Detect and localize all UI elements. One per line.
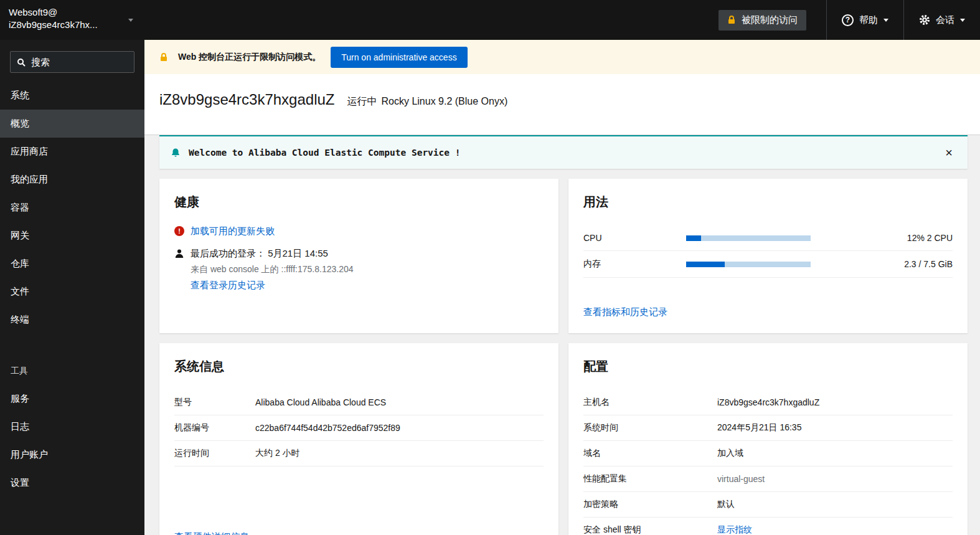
page-title: iZ8vb9gse4rc3k7hxgadluZ <box>159 91 335 108</box>
app-window: Websoft9@ iZ8vb9gse4rc3k7hx... 被限制的访问 帮助… <box>0 0 980 535</box>
sidebar-item-terminal[interactable]: 终端 <box>0 306 144 334</box>
memory-label: 内存 <box>583 258 686 270</box>
restricted-access-badge[interactable]: 被限制的访问 <box>719 10 806 31</box>
help-menu[interactable]: 帮助 <box>826 0 903 40</box>
ssh-keys-label: 安全 shell 密钥 <box>583 524 717 535</box>
login-origin-text: 来自 web console 上的 ::ffff:175.8.123.204 <box>191 264 354 275</box>
table-row: 加密策略 默认 <box>583 492 953 518</box>
error-icon <box>174 226 184 236</box>
restricted-mode-message: Web 控制台正运行于限制访问模式。 <box>178 52 321 63</box>
metrics-history-link[interactable]: 查看指标和历史记录 <box>583 306 953 318</box>
hostname-value: iZ8vb9gse4rc3k7hxgadluZ <box>717 397 953 407</box>
crypto-policy-label: 加密策略 <box>583 499 717 510</box>
sidebar-item-appstore[interactable]: 应用商店 <box>0 138 144 166</box>
card-grid: 健康 加载可用的更新失败 最后成功的登录： 5月21日 14:55 来自 web… <box>159 179 968 535</box>
motd-alert: Welcome to Alibaba Cloud Elastic Compute… <box>159 135 968 169</box>
uptime-label: 运行时间 <box>174 448 255 459</box>
sidebar-item-gateway[interactable]: 网关 <box>0 222 144 250</box>
search-input[interactable] <box>31 57 118 67</box>
gear-icon <box>919 14 930 26</box>
restricted-mode-banner: Web 控制台正运行于限制访问模式。 Turn on administrativ… <box>144 40 980 74</box>
crypto-policy-value[interactable]: 默认 <box>717 499 953 510</box>
health-card: 健康 加载可用的更新失败 最后成功的登录： 5月21日 14:55 来自 web… <box>159 179 558 333</box>
table-row: 型号 Alibaba Cloud Alibaba Cloud ECS <box>174 390 544 415</box>
domain-label: 域名 <box>583 448 717 459</box>
system-time-value[interactable]: 2024年5月21日 16:35 <box>717 422 953 433</box>
sidebar-item-logs[interactable]: 日志 <box>0 413 144 441</box>
sidebar-item-overview[interactable]: 概览 <box>0 110 144 138</box>
updates-failed-link[interactable]: 加载可用的更新失败 <box>191 225 275 237</box>
system-info-footer: 查看硬件详细信息 <box>174 516 544 535</box>
chevron-down-icon <box>960 19 965 22</box>
sidebar-section-tools: 工具 <box>0 357 144 385</box>
masthead: 被限制的访问 帮助 会话 <box>144 0 980 40</box>
sidebar-item-accounts[interactable]: 用户账户 <box>0 441 144 469</box>
usage-card: 用法 CPU 12% 2 CPU 内存 2.3 / 7.5 GiB 查看指标和历… <box>568 179 968 333</box>
model-value: Alibaba Cloud Alibaba Cloud ECS <box>255 397 544 407</box>
help-icon <box>842 14 854 26</box>
machine-id-label: 机器编号 <box>174 422 255 433</box>
show-fingerprints-link[interactable]: 显示指纹 <box>717 524 953 535</box>
search-icon <box>17 58 26 67</box>
table-row: 主机名 iZ8vb9gse4rc3k7hxgadluZ <box>583 390 953 415</box>
join-domain-action[interactable]: 加入域 <box>717 448 953 459</box>
sidebar-item-services[interactable]: 服务 <box>0 385 144 413</box>
brand-host: iZ8vb9gse4rc3k7hx... <box>9 19 136 31</box>
main-content: Web 控制台正运行于限制访问模式。 Turn on administrativ… <box>144 40 980 535</box>
restricted-access-zone: 被限制的访问 <box>719 0 826 40</box>
sidebar-item-files[interactable]: 文件 <box>0 278 144 306</box>
system-time-label: 系统时间 <box>583 422 717 433</box>
hostname-label: 主机名 <box>583 397 717 408</box>
sidebar-item-repository[interactable]: 仓库 <box>0 250 144 278</box>
uptime-value: 大约 2 小时 <box>255 448 544 459</box>
table-row: 机器编号 c22ba6f744f54d42b752ed6af7952f89 <box>174 415 544 441</box>
sidebar-item-containers[interactable]: 容器 <box>0 194 144 222</box>
lock-icon <box>159 52 168 62</box>
last-login-text: 最后成功的登录： 5月21日 14:55 <box>191 248 354 260</box>
cpu-label: CPU <box>583 233 686 243</box>
os-name: Rocky Linux 9.2 (Blue Onyx) <box>382 96 508 107</box>
sidebar-item-myapps[interactable]: 我的应用 <box>0 166 144 194</box>
health-card-title: 健康 <box>174 194 544 211</box>
sidebar-nav: 系统 概览 应用商店 我的应用 容器 网关 仓库 文件 终端 工具 服务 日志 … <box>0 40 144 535</box>
machine-id-value: c22ba6f744f54d42b752ed6af7952f89 <box>255 423 544 433</box>
user-icon <box>174 249 184 258</box>
cpu-value: 12% 2 CPU <box>811 233 953 243</box>
close-icon[interactable] <box>941 145 956 160</box>
brand-switcher[interactable]: Websoft9@ iZ8vb9gse4rc3k7hx... <box>0 0 144 40</box>
tuned-profile-value[interactable]: virtual-guest <box>717 474 953 484</box>
page-header: iZ8vb9gse4rc3k7hxgadluZ 运行中 Rocky Linux … <box>144 74 980 135</box>
sidebar-item-system[interactable]: 系统 <box>0 82 144 110</box>
last-login-row: 最后成功的登录： 5月21日 14:55 来自 web console 上的 :… <box>174 248 544 291</box>
table-row: 系统时间 2024年5月21日 16:35 <box>583 415 953 441</box>
configuration-card: 配置 主机名 iZ8vb9gse4rc3k7hxgadluZ 系统时间 2024… <box>568 343 968 535</box>
memory-usage-row: 内存 2.3 / 7.5 GiB <box>583 251 953 278</box>
sidebar-item-settings[interactable]: 设置 <box>0 469 144 497</box>
cpu-progress-fill <box>686 235 701 241</box>
table-row: 域名 加入域 <box>583 441 953 466</box>
chevron-down-icon <box>883 19 888 22</box>
table-row: 安全 shell 密钥 显示指纹 <box>583 518 953 535</box>
session-menu[interactable]: 会话 <box>903 0 980 40</box>
running-state: 运行中 <box>347 95 377 108</box>
system-info-title: 系统信息 <box>174 358 544 375</box>
lock-icon <box>727 15 736 25</box>
sidebar-search[interactable] <box>10 51 134 73</box>
chevron-down-icon <box>128 19 133 22</box>
model-label: 型号 <box>174 397 255 408</box>
session-label: 会话 <box>936 14 954 26</box>
memory-progress-bar <box>686 262 811 267</box>
cpu-progress-bar <box>686 235 811 241</box>
login-history-link[interactable]: 查看登录历史记录 <box>191 280 265 290</box>
system-info-card: 系统信息 型号 Alibaba Cloud Alibaba Cloud ECS … <box>159 343 558 535</box>
cpu-usage-row: CPU 12% 2 CPU <box>583 225 953 251</box>
configuration-title: 配置 <box>583 358 953 375</box>
updates-status-row: 加载可用的更新失败 <box>174 225 544 237</box>
motd-text: Welcome to Alibaba Cloud Elastic Compute… <box>189 148 461 158</box>
table-row: 性能配置集 virtual-guest <box>583 466 953 492</box>
admin-access-button[interactable]: Turn on administrative access <box>331 47 467 68</box>
tuned-profile-label: 性能配置集 <box>583 473 717 485</box>
usage-card-title: 用法 <box>583 194 953 211</box>
hardware-details-link[interactable]: 查看硬件详细信息 <box>174 531 249 535</box>
last-login-details: 最后成功的登录： 5月21日 14:55 来自 web console 上的 :… <box>191 248 354 291</box>
